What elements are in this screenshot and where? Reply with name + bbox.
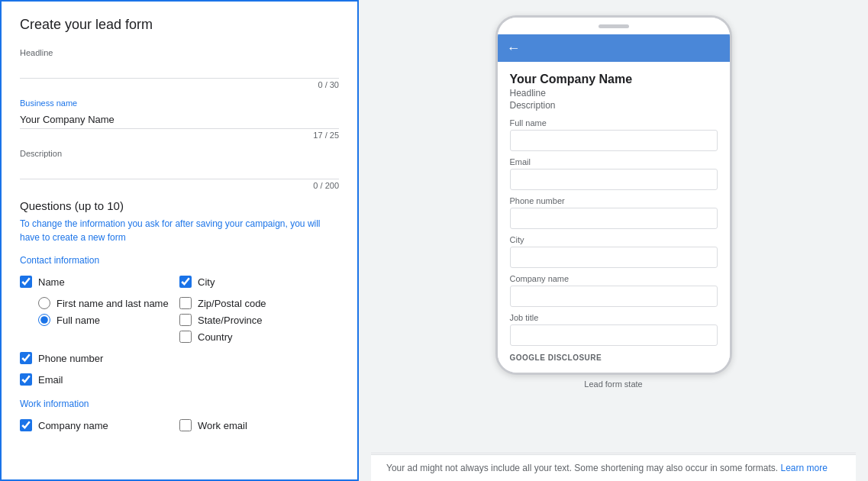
checkbox-state[interactable] <box>179 314 192 326</box>
checkbox-company-label: Company name <box>38 420 108 431</box>
left-panel: Create your lead form Headline 0 / 30 Bu… <box>0 0 359 481</box>
checkbox-company[interactable] <box>20 419 32 431</box>
radio-first-last-label: First name and last name <box>56 298 169 309</box>
checkbox-country[interactable] <box>179 331 192 343</box>
description-label: Description <box>20 149 339 158</box>
right-inner: ← Your Company Name Headline Description… <box>371 15 856 481</box>
questions-title: Questions (up to 10) <box>20 199 339 212</box>
zip-state-country-col: Zip/Postal code State/Province Country <box>179 295 339 345</box>
preview-city-field: City <box>510 235 718 268</box>
work-info-label: Work information <box>20 399 339 409</box>
checkbox-work-email[interactable] <box>179 419 192 431</box>
checkbox-city-label: City <box>198 276 215 288</box>
checkbox-item-zip[interactable]: Zip/Postal code <box>179 295 339 312</box>
preview-disclosure: GOOGLE DISCLOSURE <box>510 353 718 362</box>
checkbox-item-company[interactable]: Company name <box>20 417 179 434</box>
phone-top-bar <box>498 18 730 34</box>
preview-job-title-field: Job title <box>510 313 718 346</box>
preview-city-label: City <box>510 235 718 244</box>
preview-full-name-label: Full name <box>510 118 718 128</box>
questions-info: To change the information you ask for af… <box>20 217 339 244</box>
preview-full-name-field: Full name <box>510 118 718 151</box>
preview-phone-field: Phone number <box>510 196 718 229</box>
checkbox-country-label: Country <box>198 331 233 343</box>
headline-label: Headline <box>20 48 339 57</box>
checkbox-work-email-label: Work email <box>198 420 247 431</box>
checkbox-zip[interactable] <box>179 297 192 309</box>
business-name-char-count: 17 / 25 <box>20 131 339 140</box>
learn-more-link[interactable]: Learn more <box>780 463 827 473</box>
lead-form-state-label: Lead form state <box>584 379 642 389</box>
preview-company-field-label: Company name <box>510 274 718 283</box>
preview-company-name: Your Company Name <box>510 73 718 86</box>
checkbox-email-label: Email <box>38 374 63 386</box>
phone-content: Your Company Name Headline Description F… <box>498 62 730 373</box>
checkbox-item-country[interactable]: Country <box>179 328 339 345</box>
preview-email-label: Email <box>510 157 718 166</box>
bottom-notice-text: Your ad might not always include all you… <box>386 463 778 473</box>
contact-fields-grid: Name City First name and last name Full … <box>20 273 339 388</box>
right-panel: ← Your Company Name Headline Description… <box>359 0 868 481</box>
checkbox-phone[interactable] <box>20 352 32 364</box>
preview-job-title-input <box>510 324 718 346</box>
checkbox-item-name[interactable]: Name <box>20 273 179 290</box>
work-fields-grid: Company name Work email <box>20 417 339 434</box>
preview-headline: Headline <box>510 88 718 98</box>
checkbox-email[interactable] <box>20 373 32 386</box>
checkbox-item-state[interactable]: State/Province <box>179 312 339 328</box>
phone-speaker <box>599 24 629 28</box>
preview-email-field: Email <box>510 157 718 190</box>
contact-info-label: Contact information <box>20 255 339 266</box>
preview-email-input <box>510 169 718 190</box>
headline-input[interactable] <box>20 60 339 79</box>
preview-description: Description <box>510 100 718 111</box>
radio-full-name-label: Full name <box>56 315 100 326</box>
phone-mockup: ← Your Company Name Headline Description… <box>495 15 732 375</box>
description-char-count: 0 / 200 <box>20 181 339 190</box>
checkbox-name[interactable] <box>20 276 32 288</box>
business-name-label: Business name <box>20 98 339 108</box>
work-info-section: Work information Company name Work email <box>20 399 339 434</box>
preview-company-field: Company name <box>510 274 718 307</box>
phone-browser-bar: ← <box>498 34 730 62</box>
preview-phone-label: Phone number <box>510 196 718 205</box>
name-sub-options: First name and last name Full name <box>20 295 179 345</box>
preview-full-name-input <box>510 130 718 151</box>
checkbox-name-label: Name <box>38 276 65 288</box>
checkbox-state-label: State/Province <box>198 315 263 326</box>
business-name-input[interactable] <box>20 111 339 129</box>
radio-item-full-name[interactable]: Full name <box>38 312 179 328</box>
radio-full-name[interactable] <box>38 314 50 326</box>
preview-city-input <box>510 247 718 268</box>
checkbox-phone-label: Phone number <box>38 353 103 364</box>
panel-title: Create your lead form <box>20 17 339 33</box>
back-arrow-icon[interactable]: ← <box>507 40 521 56</box>
checkbox-item-work-email[interactable]: Work email <box>179 417 339 434</box>
checkbox-item-email[interactable]: Email <box>20 371 179 388</box>
preview-job-title-label: Job title <box>510 313 718 322</box>
headline-char-count: 0 / 30 <box>20 80 339 89</box>
bottom-notice: Your ad might not always include all you… <box>371 454 856 481</box>
radio-first-last[interactable] <box>38 297 50 309</box>
preview-phone-input <box>510 208 718 229</box>
checkbox-item-city[interactable]: City <box>179 273 339 290</box>
radio-item-first-last[interactable]: First name and last name <box>38 295 179 312</box>
checkbox-item-phone[interactable]: Phone number <box>20 350 179 366</box>
checkbox-zip-label: Zip/Postal code <box>198 298 266 309</box>
description-input[interactable] <box>20 161 339 179</box>
checkbox-city[interactable] <box>179 276 192 288</box>
preview-company-input <box>510 286 718 307</box>
